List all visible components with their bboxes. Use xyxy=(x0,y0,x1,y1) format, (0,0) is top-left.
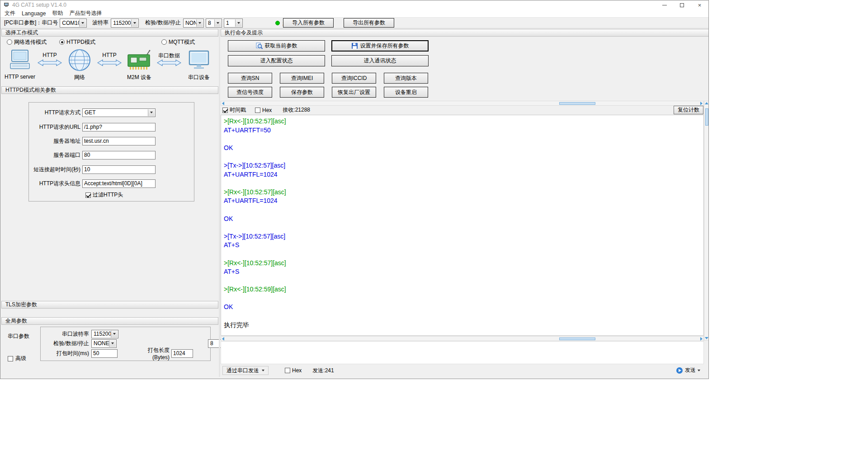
chevron-down-icon[interactable] xyxy=(79,19,86,27)
baud-select[interactable]: 115200 xyxy=(111,19,139,28)
log-top-scrollbar[interactable] xyxy=(221,101,704,106)
radio-icon[interactable] xyxy=(161,39,167,45)
mode-radio-option[interactable]: HTTPD模式 xyxy=(59,38,95,46)
scroll-right-icon[interactable] xyxy=(700,102,703,105)
chevron-down-icon[interactable] xyxy=(111,331,118,337)
import-params-button[interactable]: 导入所有参数 xyxy=(283,18,334,28)
menu-item[interactable]: Language xyxy=(19,10,49,17)
button-label: 恢复出厂设置 xyxy=(338,89,370,96)
combo-value: 115200 xyxy=(113,20,131,26)
work-mode-radios: 网络透传模式 HTTPD模式 MQTT模式 xyxy=(6,38,215,46)
action-button[interactable]: 保存参数 xyxy=(280,87,324,98)
button-label: 进入通讯状态 xyxy=(364,57,396,65)
chevron-down-icon[interactable] xyxy=(214,19,221,27)
action-button[interactable]: 设备重启 xyxy=(384,87,428,98)
scrollbar-thumb[interactable] xyxy=(705,108,708,126)
serial-parity-select[interactable]: NONE xyxy=(91,339,117,348)
timestamp-checkbox[interactable] xyxy=(222,108,228,113)
scroll-right-icon[interactable] xyxy=(700,337,703,341)
serial-status-led-icon xyxy=(275,21,280,25)
action-button[interactable]: 恢复出厂设置 xyxy=(332,87,376,98)
query-button[interactable]: 查询版本 xyxy=(384,73,428,84)
chevron-down-icon[interactable] xyxy=(109,340,116,347)
globe-icon xyxy=(68,47,91,74)
query-button[interactable]: 查询SN xyxy=(228,73,272,84)
mode-label: MQTT模式 xyxy=(169,38,195,46)
http-header-input[interactable] xyxy=(82,179,156,188)
scroll-left-icon[interactable] xyxy=(222,337,224,341)
advanced-checkbox[interactable] xyxy=(8,356,13,361)
scrollbar-thumb[interactable] xyxy=(559,337,595,340)
action-button[interactable]: 查信号强度 xyxy=(228,87,272,98)
get-params-button[interactable]: 获取当前参数 xyxy=(228,40,325,52)
stopbits-select[interactable]: 1 xyxy=(224,19,243,28)
pack-length-input[interactable] xyxy=(171,349,193,358)
section-title: 全局参数 xyxy=(5,317,27,325)
close-button[interactable]: × xyxy=(691,0,708,9)
enter-comm-button[interactable]: 进入通讯状态 xyxy=(331,55,429,66)
scroll-up-icon[interactable] xyxy=(705,102,708,104)
section-title: 执行命令及提示 xyxy=(225,29,263,37)
filter-http-checkbox[interactable] xyxy=(85,192,91,198)
chevron-down-icon[interactable] xyxy=(131,19,138,27)
radio-icon[interactable] xyxy=(7,39,12,45)
action-button-row: 查信号强度保存参数恢复出厂设置设备重启 xyxy=(228,87,440,98)
minimize-icon xyxy=(662,5,667,5)
reset-count-button[interactable]: 复位计数 xyxy=(674,106,703,114)
http-url-input[interactable] xyxy=(82,123,156,131)
app-icon xyxy=(3,1,9,9)
diagram-node-http-server: HTTP server xyxy=(3,47,37,80)
server-address-input[interactable] xyxy=(82,137,156,145)
set-save-params-button[interactable]: 设置并保存所有参数 xyxy=(331,40,429,52)
diagram-link-3: 串口数据 xyxy=(156,47,182,66)
baud-label: 波特率 xyxy=(92,19,108,27)
parity-select[interactable]: NONE xyxy=(183,19,204,28)
databits-select[interactable]: 8 xyxy=(206,19,222,28)
timeout-input[interactable] xyxy=(82,165,156,174)
enter-config-button[interactable]: 进入配置状态 xyxy=(228,55,325,66)
chevron-down-icon[interactable] xyxy=(196,19,203,27)
menu-item[interactable]: 产品型号选择 xyxy=(66,9,105,18)
log-line xyxy=(224,135,703,144)
chevron-down-icon[interactable] xyxy=(148,109,155,116)
menu-item[interactable]: 帮助 xyxy=(49,9,66,18)
serial-baud-select[interactable]: 115200 xyxy=(91,330,118,338)
send-via-select[interactable]: 通过串口发送 xyxy=(222,366,269,375)
hex-send-checkbox[interactable] xyxy=(285,368,290,373)
maximize-button[interactable] xyxy=(673,0,691,9)
scroll-down-icon[interactable] xyxy=(705,337,708,339)
http-method-select[interactable]: GET xyxy=(82,108,156,117)
panel-splitter[interactable] xyxy=(219,29,220,377)
log-bottom-scrollbar[interactable] xyxy=(221,336,704,341)
send-button[interactable]: 发送 xyxy=(676,366,700,374)
export-params-button[interactable]: 导出所有参数 xyxy=(344,18,394,28)
log-output[interactable]: >[Rx<-][10:52:57][asc]AT+UARTFT=50OK>[Tx… xyxy=(221,115,704,336)
send-input[interactable] xyxy=(221,341,704,364)
log-line xyxy=(224,179,703,188)
mode-radio-option[interactable]: 网络透传模式 xyxy=(7,38,47,46)
hex-recv-checkbox[interactable] xyxy=(255,108,260,113)
com-port-select[interactable]: COM10 xyxy=(60,19,87,28)
scroll-left-icon[interactable] xyxy=(222,102,224,105)
mode-radio-option[interactable]: MQTT模式 xyxy=(161,38,195,46)
section-global-params: 全局参数 xyxy=(1,317,218,325)
menu-item[interactable]: 文件 xyxy=(1,9,19,18)
minimize-button[interactable] xyxy=(656,0,673,9)
advanced-toggle[interactable]: 高级 xyxy=(8,355,26,362)
query-button[interactable]: 查询ICCID xyxy=(332,73,376,84)
query-button[interactable]: 查询IMEI xyxy=(280,73,324,84)
button-label: 进入配置状态 xyxy=(260,57,293,65)
radio-icon[interactable] xyxy=(59,39,65,45)
pack-time-input[interactable] xyxy=(91,349,118,358)
diagram-link-label: HTTP xyxy=(42,52,57,59)
log-line xyxy=(224,206,703,215)
log-line xyxy=(224,223,703,232)
parity-label: 检验/数据/停止 xyxy=(145,19,181,27)
server-port-input[interactable] xyxy=(82,151,156,159)
scrollbar-thumb[interactable] xyxy=(559,102,595,105)
diagram-node-label: HTTP server xyxy=(5,74,35,80)
log-vertical-scrollbar[interactable] xyxy=(704,101,709,341)
serial-toolbar: [PC串口参数]：串口号 COM10 波特率 115200 检验/数据/停止 N… xyxy=(0,18,708,28)
log-line xyxy=(224,277,703,286)
chevron-down-icon[interactable] xyxy=(235,19,242,27)
